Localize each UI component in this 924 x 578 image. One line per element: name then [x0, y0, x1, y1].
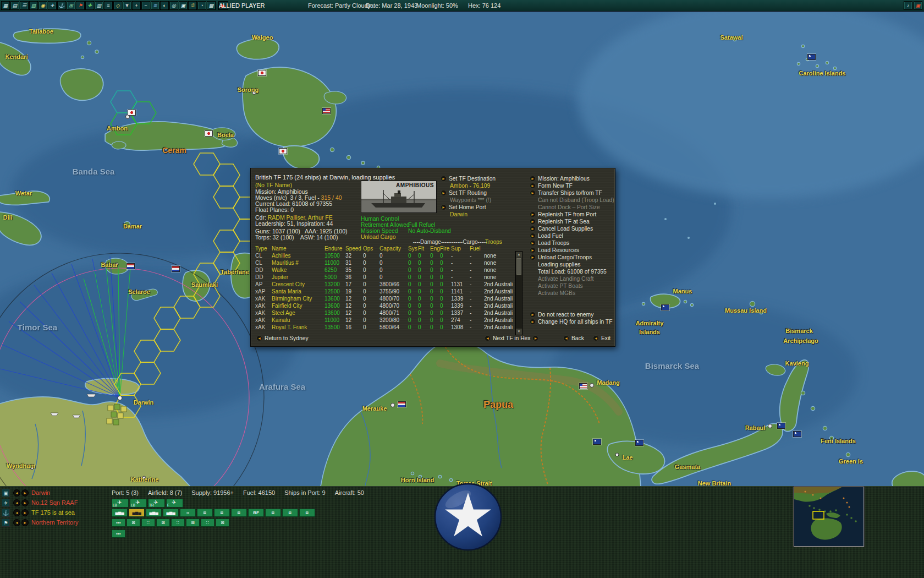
- ship-row-Birmingham City[interactable]: xAK Birmingham City 13600 12 0 4800/70 0…: [255, 295, 514, 302]
- next-airgroup-button[interactable]: ►: [21, 499, 29, 506]
- ground-unit-box-icon[interactable]: ▪▪▪: [112, 519, 125, 527]
- ship-list-scrollbar[interactable]: ▲ ▼: [515, 251, 522, 335]
- tf-action-option[interactable]: Cancel Load Supplies: [530, 225, 614, 232]
- base-flag-icon[interactable]: [322, 108, 331, 114]
- base-icon[interactable]: ▣: [2, 489, 10, 497]
- tf-name[interactable]: (No TF Name): [255, 182, 292, 188]
- selected-base-label[interactable]: Darwin: [31, 489, 50, 496]
- toolbar-icon-clock[interactable]: ◔: [197, 1, 206, 10]
- ship-unit-icon[interactable]: ⊠: [214, 509, 230, 517]
- ship-unit-icon[interactable]: ▅▆▅: [146, 509, 162, 517]
- ground-unit-box-icon[interactable]: ▪▪▪: [112, 530, 125, 538]
- tf-action-option[interactable]: Load Troops: [530, 239, 614, 247]
- ship-unit-icon[interactable]: ⊠: [299, 509, 315, 517]
- tf-action-option[interactable]: Cannot Dock – Port Size: [530, 204, 614, 211]
- exit-button[interactable]: Exit: [593, 335, 610, 341]
- toolbar-icon-sigint[interactable]: ◎: [169, 1, 178, 10]
- toolbar-icon-reinforce[interactable]: ✚: [85, 1, 94, 10]
- tf-nav-option[interactable]: Waypoints *** (!): [441, 197, 527, 204]
- ship-row-Santa Maria[interactable]: xAP Santa Maria 12500 19 0 3755/90 0 0 0…: [255, 288, 514, 295]
- tf-action-option[interactable]: Unload Cargo/Troops: [530, 254, 614, 261]
- aircraft-unit-icon[interactable]: F: [166, 499, 183, 508]
- ground-unit-icon[interactable]: ⚑: [2, 519, 10, 527]
- ground-unit-box-icon[interactable]: ⊠: [127, 519, 140, 527]
- tf-action-option[interactable]: Can not Disband (Troop Load): [530, 197, 614, 204]
- toolbar-icon-ground[interactable]: ⊞: [67, 1, 75, 10]
- tf-action-option[interactable]: Do not react to enemy: [530, 311, 614, 318]
- ship-row-Jupiter[interactable]: DD Jupiter 5000 36 0 0 0 0 0 0 - - none: [255, 274, 514, 281]
- toolbar-icon-naval[interactable]: ⚓: [57, 1, 66, 10]
- toolbar-icon-moonlight[interactable]: ◐: [160, 1, 169, 10]
- toolbar-icon-bases[interactable]: ◉: [38, 1, 47, 10]
- toolbar-icon-music[interactable]: ♪: [904, 1, 912, 10]
- tf-action-option[interactable]: Transfer Ships to/from TF: [530, 189, 614, 197]
- prev-unit-button[interactable]: ◄: [13, 519, 20, 526]
- next-tf-button[interactable]: Next TF in Hex: [485, 335, 538, 341]
- tf-action-option[interactable]: Activate Landing Craft: [530, 275, 614, 282]
- base-flag-icon[interactable]: [777, 423, 785, 429]
- scroll-down-icon[interactable]: ▼: [516, 329, 522, 335]
- ship-row-Crescent City[interactable]: AP Crescent City 13200 17 0 3800/66 0 0 …: [255, 281, 514, 288]
- aircraft-unit-icon[interactable]: TR: [148, 499, 165, 508]
- air-group-icon[interactable]: ✈: [2, 499, 10, 507]
- tf-status-line[interactable]: Retirement AllowedFull Refuel: [361, 222, 444, 228]
- tf-nav-option[interactable]: Set TF Destination: [441, 175, 527, 182]
- tf-nav-option[interactable]: Set TF Routing: [441, 189, 527, 197]
- ship-row-Royal T. Frank[interactable]: xAK Royal T. Frank 13500 16 0 5800/64 0 …: [255, 324, 514, 331]
- ground-unit-box-icon[interactable]: ∷: [141, 519, 155, 527]
- prev-tf-button[interactable]: ◄: [13, 509, 20, 516]
- toolbar-icon-zoom-in[interactable]: +: [132, 1, 141, 10]
- base-flag-icon[interactable]: [205, 130, 213, 137]
- tf-status-line[interactable]: Human Control: [361, 216, 444, 222]
- aircraft-unit-icon[interactable]: LB: [130, 499, 147, 508]
- base-flag-icon[interactable]: [127, 263, 135, 269]
- toolbar-icon-air[interactable]: ✈: [48, 1, 57, 10]
- ship-unit-icon[interactable]: BF: [248, 509, 264, 517]
- tf-action-option[interactable]: Form New TF: [530, 182, 614, 189]
- tf-status-label[interactable]: TF 175 is at sea: [31, 509, 75, 516]
- base-flag-icon[interactable]: [661, 304, 669, 310]
- toolbar-icon-prefs[interactable]: ☰: [20, 1, 29, 10]
- ship-unit-icon[interactable]: ⊠: [197, 509, 213, 517]
- base-flag-icon[interactable]: [635, 440, 644, 446]
- toolbar-icon-grid[interactable]: ▩: [207, 1, 216, 10]
- return-home-button[interactable]: Return to Sydney: [256, 335, 309, 341]
- toolbar-icon-map[interactable]: ▧: [29, 1, 38, 10]
- ship-row-Kainalu[interactable]: xAK Kainalu 11000 12 0 3200/80 0 0 0 0 2…: [255, 317, 514, 324]
- toolbar-icon-turn[interactable]: ①: [188, 1, 197, 10]
- base-flag-icon[interactable]: [593, 439, 601, 445]
- toolbar-icon-flag[interactable]: ⚑: [76, 1, 85, 10]
- ship-unit-icon[interactable]: ⊠: [282, 509, 298, 517]
- scroll-thumb[interactable]: [516, 258, 521, 275]
- ground-unit-box-icon[interactable]: ∷: [171, 519, 185, 527]
- toolbar-icon-weather[interactable]: ≋: [151, 1, 160, 10]
- ground-unit-box-icon[interactable]: ⊠: [156, 519, 170, 527]
- base-flag-icon[interactable]: [172, 266, 180, 272]
- ship-row-Mauritius #[interactable]: CL Mauritius # 11000 31 0 0 0 0 0 0 - - …: [255, 259, 514, 266]
- toolbar-icon-hex-mode[interactable]: ◇: [113, 1, 122, 10]
- tf-nav-option[interactable]: Darwin: [441, 211, 527, 218]
- tf-action-option[interactable]: Replenish TF at Sea: [530, 218, 614, 225]
- base-flag-icon[interactable]: [128, 110, 136, 116]
- back-button[interactable]: Back: [563, 335, 584, 341]
- tf-action-option[interactable]: Change HQ for all ships in TF: [530, 318, 614, 325]
- toolbar-icon-load[interactable]: ▤: [10, 1, 19, 10]
- tf-action-option[interactable]: Replenish TF from Port: [530, 211, 614, 218]
- ship-unit-icon[interactable]: ▅▆▅: [112, 509, 128, 517]
- ship-unit-icon[interactable]: ⊠: [265, 509, 281, 517]
- tf-action-option[interactable]: Load Fuel: [530, 232, 614, 239]
- ground-unit-box-icon[interactable]: ∷: [201, 519, 215, 527]
- tf-action-option[interactable]: Load Resources: [530, 247, 614, 254]
- toolbar-icon-intel[interactable]: ▥: [95, 1, 103, 10]
- tf-action-option[interactable]: Activate PT Boats: [530, 282, 614, 290]
- minimap[interactable]: [794, 487, 864, 547]
- task-force-icon[interactable]: ⚓: [2, 509, 10, 517]
- base-flag-icon[interactable]: [579, 383, 587, 389]
- tf-action-option[interactable]: Loading supplies: [530, 261, 614, 268]
- ship-unit-icon[interactable]: ⊠: [231, 509, 247, 517]
- ship-unit-icon[interactable]: ▅▆▅: [163, 509, 179, 517]
- toolbar-icon-save[interactable]: ▦: [1, 1, 10, 10]
- next-tf-button-bottom[interactable]: ►: [21, 509, 29, 516]
- tf-action-option[interactable]: Total Load: 61008 of 97355: [530, 268, 614, 275]
- ground-command-label[interactable]: Northern Territory: [31, 519, 78, 526]
